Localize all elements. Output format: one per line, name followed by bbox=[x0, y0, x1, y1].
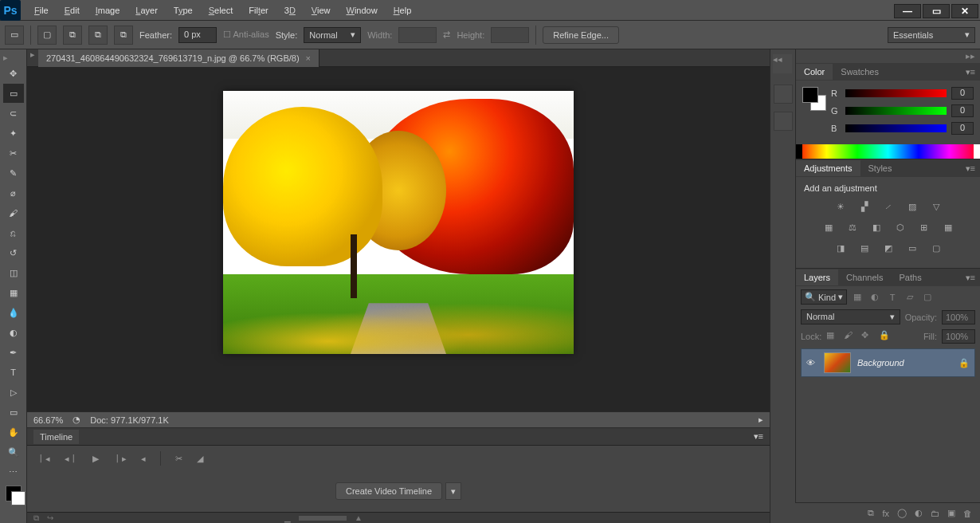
b-value[interactable]: 0 bbox=[951, 122, 974, 135]
go-first-icon[interactable]: 丨◂ bbox=[37, 453, 50, 465]
collapse-panels-icon[interactable]: ▸▸ bbox=[796, 49, 980, 63]
color-balance-icon[interactable]: ⚖ bbox=[845, 220, 860, 234]
g-slider[interactable] bbox=[845, 107, 947, 115]
gradient-tool[interactable]: ▦ bbox=[3, 283, 24, 302]
minimize-button[interactable]: ― bbox=[894, 4, 921, 18]
tab-adjustments[interactable]: Adjustments bbox=[796, 160, 860, 176]
transition-icon[interactable]: ◢ bbox=[197, 454, 203, 464]
close-button[interactable]: ✕ bbox=[951, 4, 978, 18]
dodge-tool[interactable]: ◐ bbox=[3, 323, 24, 342]
style-select[interactable]: Normal▾ bbox=[304, 27, 361, 43]
clone-stamp-tool[interactable]: ⎌ bbox=[3, 223, 24, 242]
threshold-icon[interactable]: ◩ bbox=[880, 241, 896, 255]
fg-bg-swatch[interactable] bbox=[802, 87, 826, 111]
blur-tool[interactable]: 💧 bbox=[3, 303, 24, 322]
brush-tool[interactable]: 🖌 bbox=[3, 203, 24, 222]
layer-lock-icon[interactable]: 🔒 bbox=[958, 358, 970, 368]
move-tool[interactable]: ✥ bbox=[3, 64, 24, 83]
r-value[interactable]: 0 bbox=[951, 87, 974, 100]
zoom-tool[interactable]: 🔍 bbox=[3, 442, 24, 462]
menu-file[interactable]: FFileile bbox=[27, 2, 56, 18]
photo-filter-icon[interactable]: ⬡ bbox=[892, 220, 908, 234]
bw-icon[interactable]: ◧ bbox=[868, 220, 884, 234]
timeline-menu-icon[interactable]: ▾≡ bbox=[754, 431, 763, 442]
lock-all-icon[interactable]: 🔒 bbox=[879, 330, 892, 343]
intersect-selection-icon[interactable]: ⧉ bbox=[114, 26, 133, 45]
timeline-nav-icon[interactable]: ⧉ bbox=[33, 513, 39, 523]
new-layer-icon[interactable]: ▣ bbox=[947, 508, 955, 518]
subtract-selection-icon[interactable]: ⧉ bbox=[88, 26, 108, 45]
pen-tool[interactable]: ✒ bbox=[3, 343, 24, 362]
maximize-button[interactable]: ▭ bbox=[923, 4, 950, 18]
timeline-zoom-in-icon[interactable]: ▲ bbox=[355, 513, 363, 522]
status-info-icon[interactable]: ◔ bbox=[73, 415, 80, 425]
r-slider[interactable] bbox=[845, 89, 947, 97]
refine-edge-button[interactable]: Refine Edge... bbox=[543, 26, 619, 44]
workspace-select[interactable]: Essentials▾ bbox=[888, 27, 975, 43]
foreground-background-color[interactable] bbox=[6, 486, 22, 501]
menu-view[interactable]: View bbox=[304, 2, 338, 18]
shape-tool[interactable]: ▭ bbox=[3, 403, 24, 422]
expand-panels-icon[interactable]: ◂◂ bbox=[773, 54, 792, 73]
go-last-icon[interactable]: ◂ bbox=[141, 454, 146, 464]
timeline-tab[interactable]: Timeline bbox=[33, 430, 79, 444]
hand-tool[interactable]: ✋ bbox=[3, 423, 24, 442]
filter-pixel-icon[interactable]: ▦ bbox=[850, 290, 864, 305]
delete-layer-icon[interactable]: 🗑 bbox=[963, 509, 972, 518]
new-group-icon[interactable]: 🗀 bbox=[931, 509, 939, 518]
layer-thumbnail[interactable] bbox=[824, 352, 851, 373]
invert-icon[interactable]: ◨ bbox=[833, 241, 849, 255]
timeline-redo-icon[interactable]: ↪ bbox=[47, 513, 53, 522]
history-panel-icon[interactable] bbox=[774, 85, 793, 104]
filter-shape-icon[interactable]: ▱ bbox=[903, 290, 917, 305]
zoom-level[interactable]: 66.67% bbox=[33, 415, 63, 425]
scissors-icon[interactable]: ✂ bbox=[175, 454, 182, 464]
toolbox-collapse-icon[interactable]: ▸ bbox=[0, 53, 8, 63]
filter-smart-icon[interactable]: ▢ bbox=[920, 290, 935, 305]
menu-help[interactable]: Help bbox=[386, 2, 419, 18]
channel-mixer-icon[interactable]: ⊞ bbox=[916, 220, 932, 234]
healing-brush-tool[interactable]: ⌀ bbox=[3, 183, 24, 203]
tab-layers[interactable]: Layers bbox=[796, 269, 838, 285]
status-arrow-icon[interactable]: ▸ bbox=[759, 415, 763, 425]
timeline-type-dropdown[interactable]: ▾ bbox=[445, 482, 461, 500]
menu-filter[interactable]: Filter bbox=[241, 2, 275, 18]
type-tool[interactable]: T bbox=[3, 363, 24, 382]
timeline-zoom-out-icon[interactable]: ▁ bbox=[284, 513, 291, 522]
path-selection-tool[interactable]: ▷ bbox=[3, 383, 24, 402]
color-spectrum[interactable] bbox=[796, 144, 980, 159]
adjustments-panel-menu-icon[interactable]: ▾≡ bbox=[961, 163, 980, 174]
layers-panel-menu-icon[interactable]: ▾≡ bbox=[961, 273, 980, 283]
menu-layer[interactable]: Layer bbox=[128, 2, 165, 18]
properties-panel-icon[interactable] bbox=[774, 112, 793, 131]
g-value[interactable]: 0 bbox=[951, 104, 974, 117]
create-video-timeline-button[interactable]: Create Video Timeline bbox=[335, 482, 442, 500]
fill-value[interactable]: 100% bbox=[942, 329, 975, 344]
opacity-value[interactable]: 100% bbox=[942, 310, 975, 324]
document-tab[interactable]: 270431_460864490632324_769613719_n.jpg @… bbox=[38, 49, 319, 67]
menu-type[interactable]: Type bbox=[167, 2, 200, 18]
layer-visibility-icon[interactable]: 👁 bbox=[806, 358, 817, 368]
feather-input[interactable]: 0 px bbox=[178, 27, 217, 43]
filter-type-icon[interactable]: T bbox=[885, 290, 900, 305]
menu-edit[interactable]: Edit bbox=[57, 2, 87, 18]
menu-image[interactable]: Image bbox=[88, 2, 127, 18]
tab-swatches[interactable]: Swatches bbox=[833, 64, 887, 80]
lock-position-icon[interactable]: ✥ bbox=[861, 330, 874, 343]
posterize-icon[interactable]: ▤ bbox=[857, 241, 872, 255]
new-selection-icon[interactable]: ▢ bbox=[37, 26, 57, 45]
tab-styles[interactable]: Styles bbox=[860, 160, 900, 176]
lasso-tool[interactable]: ⊂ bbox=[3, 104, 24, 123]
prev-frame-icon[interactable]: ◂丨 bbox=[65, 453, 78, 465]
new-adjustment-layer-icon[interactable]: ◐ bbox=[915, 508, 923, 518]
tab-channels[interactable]: Channels bbox=[838, 269, 891, 285]
add-selection-icon[interactable]: ⧉ bbox=[63, 26, 82, 45]
tab-paths[interactable]: Paths bbox=[892, 269, 930, 285]
canvas-viewport[interactable] bbox=[27, 67, 770, 411]
marquee-tool[interactable]: ▭ bbox=[3, 84, 24, 103]
menu-select[interactable]: Select bbox=[202, 2, 241, 18]
selective-color-icon[interactable]: ▢ bbox=[928, 241, 944, 255]
lock-transparency-icon[interactable]: ▦ bbox=[826, 330, 839, 343]
link-layers-icon[interactable]: ⧉ bbox=[868, 508, 874, 518]
add-mask-icon[interactable]: ◯ bbox=[897, 508, 907, 518]
